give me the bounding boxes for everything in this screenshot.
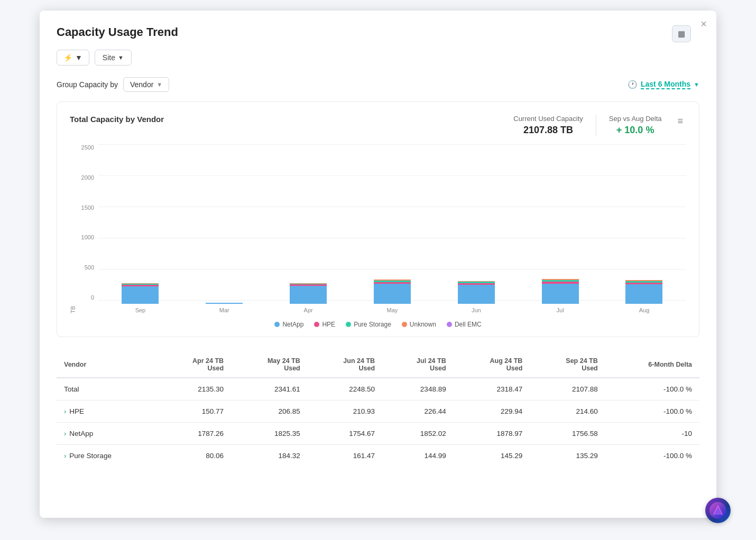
time-label: Last 6 Months	[641, 80, 690, 89]
delta-value: + 10.0 %	[609, 125, 662, 136]
export-icon: ▦	[678, 29, 685, 38]
vendor-cell: ›HPE	[57, 401, 157, 423]
vendor-cell: ›Pure Storage	[57, 445, 157, 467]
col-may: May 24 TBUsed	[231, 352, 308, 378]
aug-cell: 145.29	[454, 445, 530, 467]
sep-cell: 1756.58	[530, 423, 605, 445]
bar-group-sep: Sep	[122, 135, 159, 313]
col-aug: Aug 24 TBUsed	[454, 352, 530, 378]
bar-segment	[542, 280, 579, 282]
jun-cell: 1754.67	[308, 423, 382, 445]
delta-cell: -100.0 %	[605, 378, 699, 401]
legend-item-pure-storage: Pure Storage	[346, 321, 391, 328]
jun-cell: 210.93	[308, 401, 382, 423]
bar-segment	[458, 283, 495, 285]
toolbar: ⚡ ▼ Site ▼	[57, 50, 699, 66]
current-used-label: Current Used Capacity	[513, 115, 583, 123]
avatar[interactable]	[705, 498, 731, 523]
chart-legend: NetAppHPEPure StorageUnknownDell EMC	[70, 321, 686, 328]
bar-group-may: May	[374, 135, 411, 313]
bar-group-jul: Jul	[542, 135, 579, 313]
vendor-select[interactable]: Vendor ▼	[123, 77, 169, 92]
bar-segment	[290, 286, 327, 304]
site-arrow: ▼	[118, 54, 124, 61]
apr-cell: 150.77	[157, 401, 231, 423]
bar-segment	[290, 283, 327, 284]
data-table: Vendor Apr 24 TBUsed May 24 TBUsed Jun 2…	[57, 352, 699, 467]
chart-stats: Current Used Capacity 2107.88 TB Sep vs …	[501, 115, 674, 136]
bar-segment	[122, 283, 159, 284]
legend-dot	[314, 322, 319, 327]
bar-group-mar: Mar	[206, 135, 243, 313]
table-row: Total2135.302341.612248.502348.892318.47…	[57, 378, 699, 401]
group-label: Group Capacity by	[57, 80, 118, 89]
bar-segment	[374, 282, 411, 284]
bar-segment	[625, 284, 662, 304]
bar-stack	[206, 135, 243, 304]
legend-label: NetApp	[282, 321, 303, 328]
group-controls-row: Group Capacity by Vendor ▼ 🕐 Last 6 Mont…	[57, 77, 699, 92]
delta-cell: -10	[605, 423, 699, 445]
sep-cell: 214.60	[530, 401, 605, 423]
jun-cell: 161.47	[308, 445, 382, 467]
expand-icon[interactable]: ›	[64, 452, 66, 460]
export-button[interactable]: ▦	[672, 25, 691, 42]
close-button[interactable]: ×	[700, 18, 707, 30]
chart-header: Total Capacity by Vendor Current Used Ca…	[70, 115, 686, 136]
legend-dot	[346, 322, 351, 327]
bar-label: Jul	[557, 307, 564, 313]
bar-label: Sep	[135, 307, 146, 313]
group-left: Group Capacity by Vendor ▼	[57, 77, 169, 92]
jul-cell: 2348.89	[382, 378, 454, 401]
legend-item-hpe: HPE	[314, 321, 335, 328]
current-used-value: 2107.88 TB	[513, 125, 583, 136]
apr-cell: 80.06	[157, 445, 231, 467]
delta-cell: -100.0 %	[605, 445, 699, 467]
bar-label: Aug	[639, 307, 650, 313]
may-cell: 184.32	[231, 445, 308, 467]
vendor-cell: Total	[57, 378, 157, 401]
table-header-row: Vendor Apr 24 TBUsed May 24 TBUsed Jun 2…	[57, 352, 699, 378]
bar-stack	[625, 135, 662, 304]
filter-button[interactable]: ⚡ ▼	[57, 50, 89, 66]
col-sep: Sep 24 TBUsed	[530, 352, 605, 378]
col-vendor: Vendor	[57, 352, 157, 378]
time-selector[interactable]: 🕐 Last 6 Months ▼	[628, 80, 699, 89]
bar-stack	[458, 135, 495, 304]
chart-menu-icon[interactable]: ≡	[674, 115, 686, 128]
site-label: Site	[103, 53, 115, 62]
apr-cell: 1787.26	[157, 423, 231, 445]
bar-segment	[625, 280, 662, 281]
bar-segment	[374, 280, 411, 281]
bars-row: SepMarAprMayJunJulAug	[98, 144, 686, 313]
jul-cell: 144.99	[382, 445, 454, 467]
col-delta: 6-Month Delta	[605, 352, 699, 378]
jun-cell: 2248.50	[308, 378, 382, 401]
table-row: ›Pure Storage80.06184.32161.47144.99145.…	[57, 445, 699, 467]
col-jul: Jul 24 TBUsed	[382, 352, 454, 378]
delta-label: Sep vs Aug Delta	[609, 115, 662, 123]
bar-segment	[542, 279, 579, 280]
bar-segment	[542, 282, 579, 284]
y-axis-title: TB	[70, 144, 76, 313]
chart-plot: SepMarAprMayJunJulAug	[98, 144, 686, 313]
bar-segment	[374, 281, 411, 282]
bar-group-jun: Jun	[458, 135, 495, 313]
may-cell: 206.85	[231, 401, 308, 423]
legend-dot	[447, 322, 452, 327]
legend-label: Pure Storage	[354, 321, 391, 328]
apr-cell: 2135.30	[157, 378, 231, 401]
table-row: ›HPE150.77206.85210.93226.44229.94214.60…	[57, 401, 699, 423]
bar-stack	[374, 135, 411, 304]
sep-cell: 2107.88	[530, 378, 605, 401]
aug-cell: 1878.97	[454, 423, 530, 445]
expand-icon[interactable]: ›	[64, 430, 66, 437]
legend-item-dell-emc: Dell EMC	[447, 321, 482, 328]
delta-cell: -100.0 %	[605, 401, 699, 423]
legend-item-unknown: Unknown	[402, 321, 436, 328]
site-button[interactable]: Site ▼	[95, 50, 132, 66]
bar-segment	[290, 284, 327, 284]
vendor-cell: ›NetApp	[57, 423, 157, 445]
avatar-icon	[709, 502, 726, 519]
expand-icon[interactable]: ›	[64, 407, 66, 415]
